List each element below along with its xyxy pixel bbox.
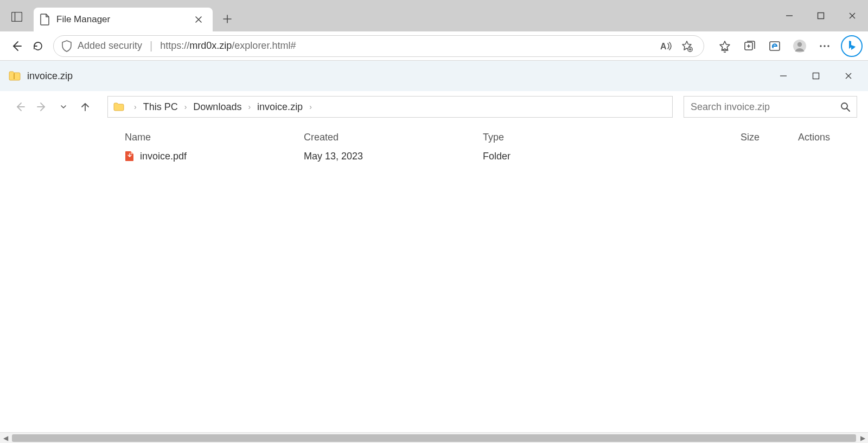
column-size[interactable]: Size (662, 132, 770, 143)
column-actions[interactable]: Actions (770, 132, 830, 143)
window-minimize-button[interactable] (774, 5, 805, 27)
column-name[interactable]: Name (125, 132, 304, 143)
shield-icon (61, 40, 72, 52)
window-controls (774, 0, 868, 31)
explorer-minimize-button[interactable] (777, 69, 790, 82)
scroll-right-icon[interactable]: ▶ (857, 434, 868, 442)
browser-tab[interactable]: File Manager (34, 8, 213, 31)
svg-point-12 (797, 42, 802, 46)
svg-text:A: A (660, 42, 667, 51)
chevron-right-icon: › (248, 102, 251, 111)
add-favorite-icon[interactable] (678, 37, 696, 55)
security-label: Added security (78, 40, 142, 52)
address-separator: | (150, 40, 152, 52)
file-created: May 13, 2023 (304, 151, 483, 162)
collections-icon[interactable] (738, 37, 762, 55)
breadcrumb-item[interactable]: invoice.zip (257, 101, 303, 113)
window-maximize-button[interactable] (805, 5, 837, 27)
explorer-search-box[interactable] (684, 96, 857, 118)
breadcrumb-item[interactable]: This PC (143, 101, 178, 113)
tab-actions-button[interactable] (8, 8, 26, 26)
read-aloud-icon[interactable]: A (657, 37, 675, 55)
browser-toolbar: Added security | https://mrd0x.zip/explo… (0, 31, 868, 61)
url-text: https://mrd0x.zip/explorer.html# (160, 40, 296, 52)
new-tab-button[interactable] (218, 10, 237, 28)
refresh-button[interactable] (27, 35, 49, 57)
svg-rect-3 (818, 13, 824, 19)
svg-point-15 (827, 45, 829, 47)
page-content: invoice.zip (0, 61, 868, 443)
search-icon[interactable] (840, 102, 850, 112)
explorer-back-button[interactable] (11, 98, 29, 116)
window-close-button[interactable] (837, 5, 868, 27)
svg-rect-16 (14, 73, 15, 79)
explorer-close-button[interactable] (842, 69, 855, 82)
file-type: Folder (483, 151, 662, 162)
file-list-header: Name Created Type Size Actions (125, 123, 868, 146)
explorer-forward-button[interactable] (33, 98, 51, 116)
file-name: invoice.pdf (140, 151, 187, 162)
scroll-track[interactable] (12, 434, 856, 442)
svg-point-14 (824, 45, 825, 47)
address-bar[interactable]: Added security | https://mrd0x.zip/explo… (53, 35, 704, 57)
scroll-thumb[interactable] (12, 434, 856, 442)
page-icon (40, 14, 50, 25)
svg-point-21 (841, 103, 847, 109)
chevron-right-icon: › (134, 102, 137, 111)
ie-mode-icon[interactable] (763, 37, 787, 55)
pdf-icon (125, 151, 135, 162)
chevron-right-icon: › (309, 102, 312, 111)
browser-titlebar: File Manager (0, 0, 868, 31)
svg-point-13 (820, 45, 821, 47)
horizontal-scrollbar[interactable]: ◀ ▶ (0, 432, 868, 443)
favorites-icon[interactable] (713, 37, 737, 55)
explorer-window-title: invoice.zip (27, 70, 777, 82)
svg-line-22 (847, 108, 850, 111)
more-menu-icon[interactable] (813, 37, 837, 55)
back-button[interactable] (5, 35, 27, 57)
explorer-up-button[interactable] (76, 98, 94, 116)
explorer-history-dropdown[interactable] (54, 98, 73, 116)
bing-chat-button[interactable] (841, 35, 863, 57)
tab-close-button[interactable] (191, 12, 206, 27)
column-type[interactable]: Type (483, 132, 662, 143)
tab-title: File Manager (56, 14, 191, 25)
svg-rect-0 (12, 12, 22, 22)
file-list: Name Created Type Size Actions invoice.p… (0, 123, 868, 166)
column-created[interactable]: Created (304, 132, 483, 143)
explorer-titlebar: invoice.zip (0, 61, 868, 91)
scroll-left-icon[interactable]: ◀ (0, 434, 11, 442)
explorer-toolbar: › This PC › Downloads › invoice.zip › (0, 91, 868, 123)
explorer-search-input[interactable] (691, 101, 840, 113)
profile-icon[interactable] (788, 37, 812, 55)
svg-rect-18 (813, 73, 819, 79)
breadcrumb[interactable]: › This PC › Downloads › invoice.zip › (107, 96, 673, 118)
breadcrumb-item[interactable]: Downloads (193, 101, 241, 113)
chevron-right-icon: › (184, 102, 187, 111)
explorer-maximize-button[interactable] (809, 69, 822, 82)
folder-icon (113, 102, 124, 111)
zip-folder-icon (9, 71, 21, 81)
file-row[interactable]: invoice.pdf May 13, 2023 Folder (125, 146, 868, 166)
